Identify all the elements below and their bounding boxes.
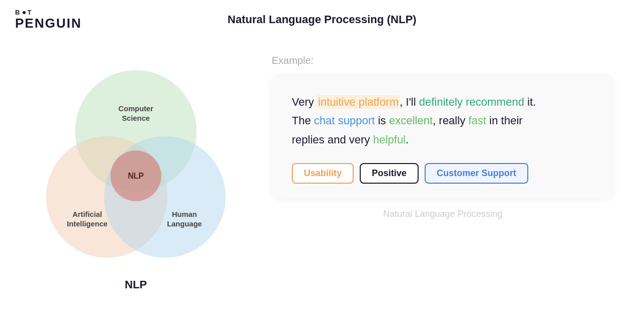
highlight-helpful: helpful — [373, 133, 406, 146]
tags-container: Usability Positive Customer Support — [292, 163, 594, 184]
ai-label-line1: Artificial — [72, 210, 102, 218]
cs-label-line1: Computer — [118, 105, 153, 113]
nlp-bottom-label: NLP — [30, 278, 242, 291]
footer-label: Natural Language Processing — [272, 209, 614, 219]
nlp-center-label: NLP — [128, 172, 143, 180]
hl-label-line2: Language — [167, 220, 202, 228]
highlight-chat-support: chat support — [314, 114, 375, 127]
logo: BT PENGUIN — [15, 9, 82, 31]
example-box: Very intuitive platform, I'll definitely… — [272, 74, 614, 199]
tag-usability[interactable]: Usability — [292, 163, 354, 184]
highlight-fast: fast — [468, 114, 486, 127]
logo-top: BT — [15, 9, 82, 16]
example-label: Example: — [272, 55, 614, 66]
highlight-recommend: definitely recommend — [419, 96, 524, 108]
logo-bottom: PENGUIN — [15, 16, 82, 31]
venn-svg: Computer Science Artificial Intelligence… — [30, 50, 242, 291]
cs-label-line2: Science — [122, 114, 150, 122]
header: BT PENGUIN Natural Language Processing (… — [0, 0, 644, 40]
highlight-excellent: excellent — [389, 114, 433, 127]
hl-label-line1: Human — [172, 210, 197, 218]
tag-customer-support[interactable]: Customer Support — [425, 163, 528, 184]
example-text: Very intuitive platform, I'll definitely… — [292, 93, 594, 149]
venn-diagram: Computer Science Artificial Intelligence… — [30, 50, 242, 291]
highlight-intuitive-platform: intuitive platform — [317, 95, 399, 109]
tag-positive[interactable]: Positive — [360, 163, 419, 184]
right-panel: Example: Very intuitive platform, I'll d… — [272, 50, 614, 219]
page-title: Natural Language Processing (NLP) — [227, 13, 416, 26]
ai-label-line2: Intelligence — [67, 220, 108, 228]
main-content: Computer Science Artificial Intelligence… — [0, 40, 644, 301]
